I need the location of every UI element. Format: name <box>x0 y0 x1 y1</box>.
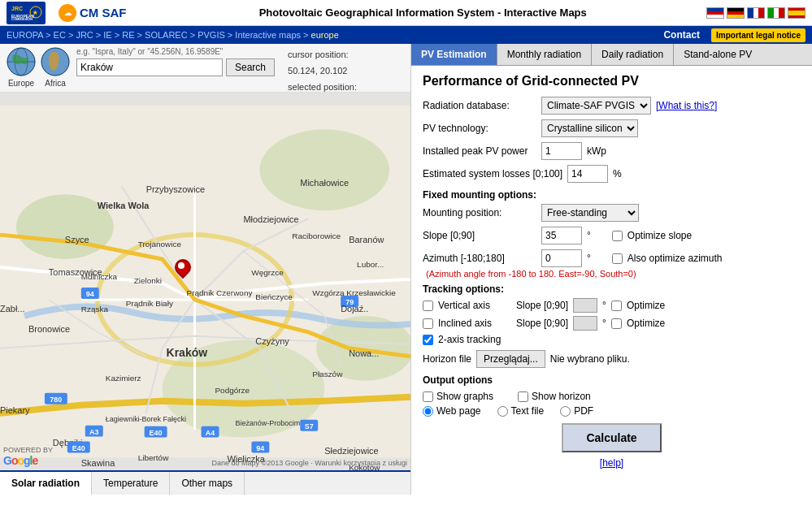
jrc-logo: JRC EUROPEAN COMMISSION ★ <box>7 2 46 24</box>
two-axis-checkbox[interactable] <box>423 335 433 345</box>
globe-group: Europe Africa <box>7 47 70 88</box>
cmsaf-text: CM SAF <box>80 6 127 19</box>
azimuth-input[interactable] <box>541 249 582 267</box>
optimize-slope-checkbox[interactable] <box>612 231 623 241</box>
cmsaf-logo: ☁ CM SAF <box>59 4 127 22</box>
inclined-slope-unit: ° <box>602 318 606 329</box>
tab-bar: PV Estimation Monthly radiation Daily ra… <box>411 44 812 66</box>
slope-090-label2: Slope [0;90] <box>516 318 568 329</box>
svg-text:Skawina: Skawina <box>81 458 115 468</box>
svg-text:Skawina: Skawina <box>41 469 72 470</box>
map-container[interactable]: 94 780 79 S7 A4 Wielka Wola Przybyszowic… <box>0 93 410 470</box>
svg-text:Michałowice: Michałowice <box>300 178 349 188</box>
tab-solar-radiation[interactable]: Solar radiation <box>0 472 92 495</box>
svg-text:Raciborowice: Raciborowice <box>292 231 341 240</box>
tracking-heading: Tracking options: <box>423 283 801 295</box>
tab-pv-estimation[interactable]: PV Estimation <box>411 44 497 65</box>
svg-text:Młodziejowice: Młodziejowice <box>243 214 298 224</box>
inclined-slope-input[interactable] <box>573 316 597 331</box>
installed-peak-input[interactable] <box>541 142 582 160</box>
fixed-mounting-heading: Fixed mounting options: <box>423 189 801 201</box>
text-file-radio[interactable] <box>497 406 508 417</box>
pv-technology-label: PV technology: <box>423 123 536 134</box>
svg-text:Mdlniczka: Mdlniczka <box>81 272 118 281</box>
system-losses-unit: % <box>613 168 622 179</box>
pv-technology-select[interactable]: Crystalline siliconCISCdTeUnknown <box>541 119 638 137</box>
legal-notice[interactable]: Important legal notice <box>711 28 805 42</box>
calculate-button[interactable]: Calculate <box>562 423 661 452</box>
two-axis-label: 2-axis tracking <box>438 334 501 345</box>
tab-monthly-radiation[interactable]: Monthly radiation <box>497 44 592 65</box>
flag-fr[interactable] <box>747 7 765 19</box>
svg-text:Zielonki: Zielonki <box>134 276 162 285</box>
svg-text:Lubor...: Lubor... <box>357 260 384 269</box>
contact-link[interactable]: Contact <box>663 29 700 41</box>
system-losses-input[interactable] <box>567 165 608 183</box>
search-area: e.g. "Ispra, Italy" or "45.256N, 16.9589… <box>76 47 275 76</box>
inclined-optimize-checkbox[interactable] <box>611 318 622 329</box>
help-link[interactable]: [help] <box>600 457 623 469</box>
svg-text:Baranów: Baranów <box>349 235 384 244</box>
svg-text:Zabł...: Zabł... <box>0 304 24 314</box>
inclined-axis-checkbox[interactable] <box>423 318 433 329</box>
flag-it[interactable] <box>767 7 785 19</box>
no-file-label: Nie wybrano pliku. <box>550 353 630 365</box>
flag-es[interactable] <box>788 7 805 19</box>
tab-temperature[interactable]: Temperature <box>92 472 170 495</box>
vertical-optimize-checkbox[interactable] <box>611 301 622 311</box>
tab-standalone-pv[interactable]: Stand-alone PV <box>674 44 762 65</box>
system-losses-label: Estimated system losses [0;100] <box>423 168 562 179</box>
browse-button[interactable]: Przeglądaj... <box>476 350 545 368</box>
horizon-file-label: Horizon file <box>423 353 471 365</box>
search-input[interactable] <box>76 58 223 76</box>
what-is-this-link[interactable]: [What is this?] <box>656 100 717 111</box>
azimuth-label: Azimuth [-180;180] <box>423 253 536 264</box>
vertical-slope-input[interactable] <box>573 298 597 313</box>
svg-text:Rząska: Rząska <box>81 305 109 314</box>
radiation-db-select[interactable]: Climate-SAF PVGISClassic PVGIS <box>541 97 651 115</box>
svg-text:★: ★ <box>33 10 38 15</box>
svg-text:Prądnik Czerwony: Prądnik Czerwony <box>187 288 253 297</box>
svg-text:JRC: JRC <box>11 6 23 11</box>
svg-text:Czyżyny: Czyżyny <box>255 336 289 346</box>
cursor-position: 50.124, 20.102 <box>288 63 357 80</box>
map-controls-bar: Europe Africa e.g. "Ispra, Italy" or "45… <box>0 44 410 93</box>
search-button[interactable]: Search <box>226 58 275 76</box>
breadcrumb: EUROPA > EC > JRC > IE > RE > SOLAREC > … <box>0 26 812 44</box>
radiation-db-label: Radiation database: <box>423 100 536 111</box>
tab-daily-radiation[interactable]: Daily radiation <box>592 44 674 65</box>
optimize-azimuth-checkbox[interactable] <box>612 253 623 264</box>
web-page-label: Web page <box>436 405 481 417</box>
europe-globe[interactable]: Europe <box>7 47 36 88</box>
mounting-position-select[interactable]: Free-standingBuilding-integrated <box>541 204 639 222</box>
svg-text:A4: A4 <box>206 429 215 437</box>
page-title: Photovoltaic Geographical Information Sy… <box>140 6 707 19</box>
show-horizon-checkbox[interactable] <box>518 391 528 402</box>
africa-globe[interactable]: Africa <box>41 47 70 88</box>
svg-text:Przybyszowice: Przybyszowice <box>146 184 206 194</box>
breadcrumb-right: Contact Important legal notice <box>663 28 805 42</box>
africa-label: Africa <box>41 79 70 88</box>
pdf-label: PDF <box>574 405 593 417</box>
show-graphs-checkbox[interactable] <box>423 391 433 402</box>
powered-by: POWERED BY Google <box>3 446 53 467</box>
optimize-label2: Optimize <box>627 318 665 329</box>
tab-other-maps[interactable]: Other maps <box>170 472 245 495</box>
language-flags[interactable] <box>706 7 805 19</box>
svg-text:COMMISSION: COMMISSION <box>11 17 33 21</box>
pdf-radio[interactable] <box>560 406 571 417</box>
jrc-logo-group: JRC EUROPEAN COMMISSION ★ <box>7 2 49 24</box>
main-area: Europe Africa e.g. "Ispra, Italy" or "45… <box>0 44 812 495</box>
svg-text:Szyce: Szyce <box>65 235 89 244</box>
optimize-azimuth-label: Also optimize azimuth <box>627 253 723 264</box>
inclined-axis-label: Inclined axis <box>438 318 511 329</box>
svg-text:Bieżanów-Probocim: Bieżanów-Probocim <box>235 419 300 427</box>
header: JRC EUROPEAN COMMISSION ★ ☁ CM SAF Photo… <box>0 0 812 26</box>
svg-text:94: 94 <box>256 444 264 452</box>
web-page-radio[interactable] <box>423 406 433 417</box>
slope-input[interactable] <box>541 227 582 244</box>
flag-uk[interactable] <box>706 7 724 19</box>
flag-de[interactable] <box>727 7 745 19</box>
right-panel: PV Estimation Monthly radiation Daily ra… <box>411 44 812 495</box>
vertical-axis-checkbox[interactable] <box>423 301 433 311</box>
